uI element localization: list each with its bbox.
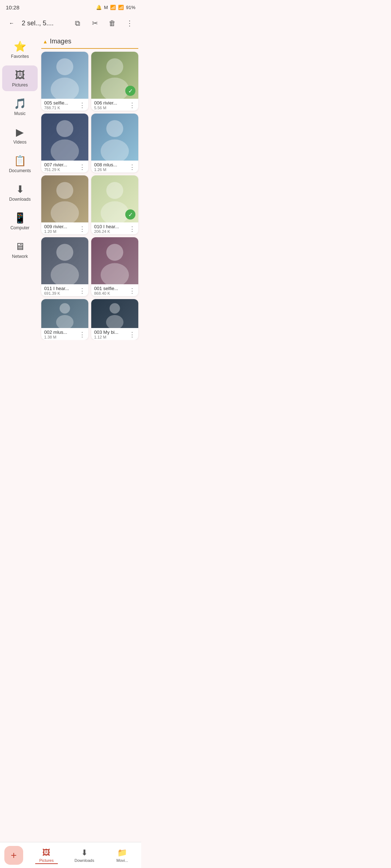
- gmail-icon: M: [104, 5, 108, 10]
- file-more-btn-8[interactable]: ⋮: [129, 288, 135, 294]
- file-thumb-6: ✓: [91, 175, 138, 222]
- status-icons: 🔔 M 📶 📶 91%: [96, 5, 135, 10]
- wifi-icon: 📶: [110, 5, 116, 10]
- copy-button[interactable]: ⧉: [70, 16, 85, 30]
- file-name-9: 002 mlus...: [44, 329, 79, 335]
- sidebar-item-downloads[interactable]: ⬇ Downloads: [2, 180, 38, 205]
- sidebar-item-music[interactable]: 🎵 Music: [2, 94, 38, 120]
- file-name-8: 001 selfie...: [94, 286, 129, 291]
- file-more-btn-2[interactable]: ⋮: [129, 102, 135, 109]
- file-info-8: 001 selfie... 868.40 K ⋮: [91, 284, 138, 296]
- svg-point-10: [106, 182, 123, 199]
- file-name-5: 009 rivier...: [44, 224, 79, 229]
- battery-icon: 91%: [126, 5, 135, 10]
- downloads-icon: ⬇: [16, 183, 24, 195]
- file-thumb-1: [41, 52, 88, 99]
- sidebar-label-pictures: Pictures: [12, 82, 28, 88]
- file-thumb-5: [41, 175, 88, 222]
- file-more-btn-4[interactable]: ⋮: [129, 164, 135, 170]
- file-size-1: 788.71 K: [44, 106, 79, 110]
- file-more-btn-6[interactable]: ⋮: [129, 226, 135, 232]
- file-card-3[interactable]: 007 rivier... 751.29 K ⋮: [41, 114, 88, 173]
- file-info-6: 010 I hear... 206.24 K ⋮: [91, 222, 138, 234]
- videos-icon: ▶: [16, 126, 24, 138]
- copy-icon: ⧉: [75, 19, 80, 27]
- sidebar-label-documents: Documents: [9, 168, 31, 173]
- svg-point-4: [56, 120, 73, 137]
- svg-point-12: [56, 244, 73, 261]
- sidebar-label-network: Network: [12, 254, 28, 259]
- sidebar-label-downloads: Downloads: [9, 197, 30, 202]
- sidebar-item-favorites[interactable]: ⭐ Favorites: [2, 37, 38, 63]
- file-info-5: 009 rivier... 1.20 M ⋮: [41, 222, 88, 234]
- file-name-4: 008 mlus...: [94, 162, 129, 167]
- sidebar-label-favorites: Favorites: [11, 54, 29, 59]
- file-card-8[interactable]: 001 selfie... 868.40 K ⋮: [91, 237, 138, 296]
- file-size-10: 1.12 M: [94, 335, 129, 339]
- file-size-5: 1.20 M: [44, 229, 79, 234]
- file-card-7[interactable]: 011 I hear... 691.39 K ⋮: [41, 237, 88, 296]
- file-name-7: 011 I hear...: [44, 286, 79, 291]
- svg-point-5: [51, 140, 79, 161]
- file-size-6: 206.24 K: [94, 229, 129, 234]
- file-more-btn-3[interactable]: ⋮: [79, 164, 85, 170]
- sidebar-item-pictures[interactable]: 🖼 Pictures: [2, 65, 38, 91]
- file-size-8: 868.40 K: [94, 291, 129, 295]
- svg-point-16: [60, 303, 70, 314]
- sidebar-item-videos[interactable]: ▶ Videos: [2, 123, 38, 148]
- notification-icon: 🔔: [96, 5, 102, 10]
- file-card-4[interactable]: 008 mlus... 1.26 M ⋮: [91, 114, 138, 173]
- svg-point-17: [56, 315, 73, 328]
- status-time: 10:28: [6, 4, 20, 10]
- back-button[interactable]: ←: [4, 16, 19, 30]
- file-name-1: 005 selfie...: [44, 100, 79, 106]
- check-badge-2: ✓: [125, 86, 135, 96]
- music-icon: 🎵: [14, 98, 26, 110]
- svg-point-19: [106, 315, 123, 328]
- more-button[interactable]: ⋮: [122, 16, 137, 30]
- file-card-10[interactable]: 003 My bi... 1.12 M ⋮: [91, 299, 138, 340]
- file-info-3: 007 rivier... 751.29 K ⋮: [41, 161, 88, 173]
- file-thumb-4: [91, 114, 138, 161]
- file-thumb-7: [41, 237, 88, 284]
- svg-point-2: [106, 58, 123, 75]
- file-more-btn-10[interactable]: ⋮: [129, 331, 135, 338]
- sidebar-item-network[interactable]: 🖥 Network: [2, 237, 38, 263]
- file-card-2[interactable]: ✓ 006 rivier... 5.56 M ⋮: [91, 52, 138, 111]
- delete-button[interactable]: 🗑: [105, 16, 119, 30]
- file-card-1[interactable]: 005 selfie... 788.71 K ⋮: [41, 52, 88, 111]
- svg-point-11: [101, 201, 129, 223]
- sidebar-item-documents[interactable]: 📋 Documents: [2, 151, 38, 177]
- sidebar-item-computer[interactable]: 📱 Computer: [2, 208, 38, 234]
- file-info-2: 006 rivier... 5.56 M ⋮: [91, 99, 138, 111]
- cut-button[interactable]: ✂: [88, 16, 102, 30]
- file-more-btn-5[interactable]: ⋮: [79, 226, 85, 232]
- file-more-btn-9[interactable]: ⋮: [79, 331, 85, 338]
- file-card-9[interactable]: 002 mlus... 1.38 M ⋮: [41, 299, 88, 340]
- file-name-2: 006 rivier...: [94, 100, 129, 106]
- file-card-5[interactable]: 009 rivier... 1.20 M ⋮: [41, 175, 88, 234]
- file-info-1: 005 selfie... 788.71 K ⋮: [41, 99, 88, 111]
- main-content: ⭐ Favorites 🖼 Pictures 🎵 Music ▶ Videos …: [0, 33, 141, 340]
- computer-icon: 📱: [14, 212, 26, 224]
- file-info-10: 003 My bi... 1.12 M ⋮: [91, 328, 138, 340]
- more-icon: ⋮: [126, 19, 133, 27]
- section-triangle-icon: ▲: [43, 39, 48, 44]
- section-divider: [41, 48, 138, 49]
- pictures-icon: 🖼: [15, 69, 25, 81]
- file-size-2: 5.56 M: [94, 106, 129, 110]
- signal-icon: 📶: [118, 5, 124, 10]
- svg-point-0: [56, 58, 73, 75]
- svg-point-13: [51, 263, 79, 285]
- file-info-7: 011 I hear... 691.39 K ⋮: [41, 284, 88, 296]
- file-thumb-8: [91, 237, 138, 284]
- file-card-6[interactable]: ✓ 010 I hear... 206.24 K ⋮: [91, 175, 138, 234]
- file-more-btn-7[interactable]: ⋮: [79, 288, 85, 294]
- delete-icon: 🗑: [109, 19, 116, 27]
- file-name-10: 003 My bi...: [94, 329, 129, 335]
- file-grid: 005 selfie... 788.71 K ⋮ ✓ 006 rivier...…: [41, 52, 138, 340]
- check-badge-6: ✓: [125, 209, 135, 220]
- section-title: Images: [50, 38, 71, 45]
- file-size-4: 1.26 M: [94, 167, 129, 172]
- file-more-btn-1[interactable]: ⋮: [79, 102, 85, 109]
